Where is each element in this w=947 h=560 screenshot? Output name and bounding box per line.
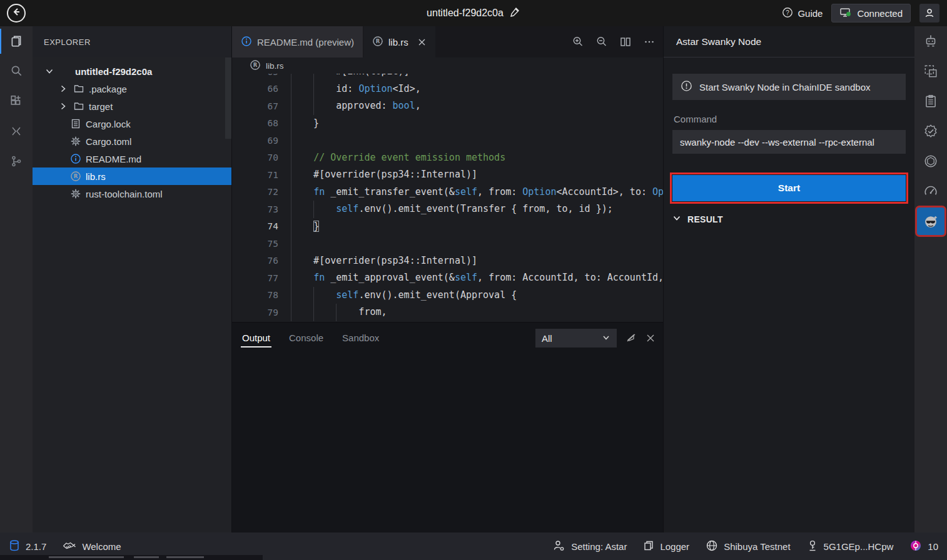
globe-icon (706, 539, 718, 554)
line-number: 66 (232, 84, 278, 94)
sandbox-notice: Start Swanky Node in ChainIDE sandbox (672, 74, 906, 100)
line-number: 70 (232, 152, 278, 162)
person-gear-icon (553, 539, 565, 554)
result-label: RESULT (687, 214, 723, 224)
tree-item-rust-toolchain-toml[interactable]: rust-toolchain.toml (33, 185, 231, 202)
tab-readme[interactable]: README.md (preview) (232, 26, 363, 58)
back-button[interactable] (7, 4, 26, 22)
explorer-header: EXPLORER (33, 26, 231, 58)
zoom-out-icon[interactable] (595, 36, 608, 48)
rust-icon: R (70, 171, 81, 182)
tree-item-lib-rs[interactable]: Rlib.rs (33, 168, 231, 185)
svg-text:?: ? (786, 9, 790, 16)
panel-tab-sandbox[interactable]: Sandbox (341, 324, 380, 351)
svg-text:R: R (376, 38, 380, 44)
ai-assistant-icon[interactable] (914, 26, 947, 56)
code-line-72[interactable]: 72 fn _emit_transfer_event(&self, from: … (232, 184, 663, 201)
search-icon[interactable] (0, 56, 33, 86)
code-line-78[interactable]: 78 self.env().emit_event(Approval { (232, 287, 663, 304)
code-line-70[interactable]: 70 // Override event emission methods (232, 149, 663, 167)
tree-item-label: Cargo.toml (86, 136, 131, 147)
network-item[interactable]: Shibuya Testnet (706, 539, 790, 554)
connected-button[interactable]: Connected (831, 4, 911, 22)
line-number: 79 (232, 308, 278, 318)
rename-pencil-icon[interactable] (509, 6, 520, 20)
line-number: 67 (232, 101, 278, 111)
line-number: 69 (232, 136, 278, 146)
source-control-icon[interactable] (0, 146, 33, 176)
pin-icon (807, 539, 818, 554)
panel-tab-console[interactable]: Console (288, 324, 325, 351)
result-section-header[interactable]: RESULT (672, 214, 723, 224)
chevron-right-icon (58, 101, 69, 111)
sidebar-scrollbar[interactable] (225, 58, 231, 139)
code-line-66[interactable]: 66 id: Option<Id>, (232, 81, 663, 98)
line-number: 68 (232, 118, 278, 128)
titlebar: untitled-f29d2c0a ? Guide Connected (0, 0, 947, 26)
code-line-77[interactable]: 77 fn _emit_approval_event(&self, from: … (232, 269, 663, 287)
avatar[interactable] (919, 4, 939, 22)
explorer-icon[interactable] (0, 26, 33, 56)
panel-title: Astar Swanky Node (664, 26, 914, 58)
explorer-sidebar: EXPLORER untitled-f29d2c0a.packagetarget… (33, 26, 231, 532)
split-editor-icon[interactable] (619, 36, 632, 48)
astar-swanky-plugin-icon[interactable] (914, 206, 947, 236)
handshake-icon (63, 540, 76, 553)
tree-item-untitled-f29d2c0a[interactable]: untitled-f29d2c0a (33, 62, 231, 80)
extensions-icon[interactable] (0, 86, 33, 116)
start-button[interactable]: Start (672, 175, 906, 201)
info-icon (241, 36, 252, 49)
code-line-65[interactable]: 65 #[ink(topic)] (232, 74, 663, 81)
task-list-icon[interactable] (914, 86, 947, 116)
breadcrumb[interactable]: R lib.rs (232, 58, 663, 74)
code-line-75[interactable]: 75 (232, 235, 663, 252)
balance-item[interactable]: 10 (909, 539, 938, 554)
log-filter-dropdown[interactable]: All (535, 329, 617, 348)
rust-file-icon: R (250, 59, 261, 72)
database-icon (9, 539, 20, 554)
logger-item[interactable]: Logger (643, 540, 689, 553)
clear-output-icon[interactable] (625, 332, 637, 344)
code-line-76[interactable]: 76 #[overrider(psp34::Internal)] (232, 252, 663, 270)
tree-item-target[interactable]: target (33, 98, 231, 115)
swanky-node-panel: Astar Swanky Node Start Swanky Node in C… (663, 26, 914, 532)
connected-label: Connected (857, 8, 903, 19)
close-tab-icon[interactable] (417, 38, 427, 47)
code-line-73[interactable]: 73 self.env().emit_event(Transfer { from… (232, 201, 663, 218)
panel-tab-output[interactable]: Output (241, 324, 271, 351)
tree-item--package[interactable]: .package (33, 80, 231, 98)
welcome-item[interactable]: Welcome (63, 540, 121, 553)
zoom-in-icon[interactable] (572, 36, 584, 48)
statusbar-label: 10 (928, 541, 938, 552)
code-line-74[interactable]: 74 } (232, 218, 663, 236)
setting-item[interactable]: Setting: Astar (553, 539, 627, 554)
more-actions-icon[interactable] (643, 36, 656, 48)
alert-icon (681, 80, 692, 94)
guide-link[interactable]: ? Guide (782, 7, 823, 20)
tree-item-cargo-lock[interactable]: Cargo.lock (33, 115, 231, 132)
openai-icon[interactable] (914, 146, 947, 176)
line-number: 72 (232, 187, 278, 197)
code-line-71[interactable]: 71 #[overrider(psp34::Internal)] (232, 166, 663, 184)
command-input[interactable]: swanky-node --dev --ws-external --rpc-ex… (672, 130, 906, 154)
verified-badge-icon[interactable] (914, 116, 947, 146)
tab-librs[interactable]: Rlib.rs (363, 26, 436, 58)
tree-item-readme-md[interactable]: README.md (33, 150, 231, 168)
code-line-68[interactable]: 68 } (232, 115, 663, 132)
wallet-address-item[interactable]: 5G1GEp...HCpw (807, 539, 894, 554)
code-line-69[interactable]: 69 (232, 132, 663, 149)
collapse-icon[interactable] (0, 116, 33, 146)
code-line-79[interactable]: 79 from, (232, 304, 663, 321)
code-editor[interactable]: 65 #[ink(topic)]66 id: Option<Id>,67 app… (232, 74, 663, 322)
activity-bar-left (0, 26, 33, 532)
code-line-67[interactable]: 67 approved: bool, (232, 98, 663, 115)
gauge-icon[interactable] (914, 176, 947, 206)
version-indicator[interactable]: 2.1.7 (9, 539, 46, 554)
line-number: 75 (232, 239, 278, 249)
line-number: 76 (232, 256, 278, 266)
chevron-down-icon (672, 214, 681, 224)
modules-icon[interactable] (914, 56, 947, 86)
breadcrumb-label: lib.rs (266, 61, 284, 71)
tree-item-cargo-toml[interactable]: Cargo.toml (33, 132, 231, 150)
close-panel-icon[interactable] (646, 333, 656, 343)
